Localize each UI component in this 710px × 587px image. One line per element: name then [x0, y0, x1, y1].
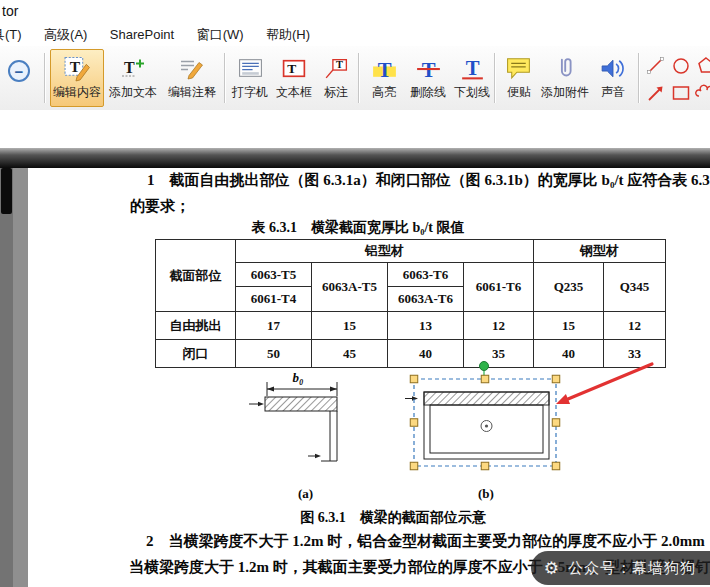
- menu-advanced[interactable]: 高级(A): [35, 22, 96, 48]
- textbox-button[interactable]: T 文本框: [272, 49, 316, 107]
- titlebar: tor: [0, 0, 710, 22]
- toolbar-separator: [44, 53, 46, 103]
- table-corner-cell: 截面部位: [156, 240, 236, 312]
- sticky-note-icon: [505, 52, 533, 84]
- speaker-icon: [599, 52, 627, 84]
- strikeout-icon: T: [414, 52, 443, 84]
- menu-tools[interactable]: 工具(T): [0, 22, 31, 48]
- table-subheader-cell: Q345: [604, 263, 666, 312]
- scrollbar-thumb[interactable]: [1, 168, 12, 214]
- line-tool-button[interactable]: [644, 53, 668, 79]
- menubar: 工具(T) 高级(A) SharePoint 窗口(W) 帮助(H): [0, 22, 710, 47]
- toolbar-separator: [638, 53, 640, 103]
- spec-table: 截面部位 铝型材 钢型材 6063-T5 6061-T4 6063A-T5 60…: [155, 239, 666, 368]
- gear-icon: ⚙: [544, 560, 560, 577]
- add-text-button[interactable]: T 添加文本: [106, 49, 160, 107]
- table-subheader-cell: Q235: [534, 263, 604, 312]
- watermark-text: 公众号：幕墙狗狗: [568, 559, 696, 578]
- edit-content-icon: T: [62, 52, 92, 84]
- toolbar-separator: [224, 53, 226, 103]
- figure-caption: 图 6.3.1 横梁的截面部位示意: [128, 509, 658, 527]
- paragraph-2-line-1: 2 当横梁跨度不大于 1.2m 时，铝合金型材截面主要受力部位的厚度不应小于 2…: [146, 532, 710, 551]
- figure-b-drawing[interactable]: [405, 392, 549, 459]
- menu-sharepoint[interactable]: SharePoint: [101, 23, 183, 46]
- table-cell: 12: [604, 312, 666, 340]
- arrow-tool-button[interactable]: [644, 80, 668, 106]
- svg-text:T: T: [336, 59, 343, 70]
- document-page: 1 截面自由挑出部位（图 6.3.1a）和闭口部位（图 6.3.1b）的宽厚比 …: [28, 168, 710, 587]
- cloud-tool-button[interactable]: [694, 80, 710, 106]
- sticky-note-button[interactable]: 便贴: [500, 49, 538, 107]
- table-cell: 15: [312, 312, 388, 340]
- rectangle-tool-button[interactable]: [669, 80, 693, 106]
- table-title: 表 6.3.1 横梁截面宽厚比 b₀/t 限值: [88, 219, 628, 237]
- left-scrollbar[interactable]: [0, 168, 13, 587]
- attachment-button[interactable]: 添加附件: [540, 49, 590, 107]
- menu-help[interactable]: 帮助(H): [257, 22, 319, 48]
- circle-tool-button[interactable]: [669, 53, 693, 79]
- figure-a-label: (a): [298, 486, 313, 502]
- textbox-icon: T: [281, 52, 308, 84]
- paragraph-1-line-2: 的要求；: [130, 197, 190, 216]
- svg-text:T: T: [465, 57, 479, 79]
- typewriter-icon: [237, 52, 264, 84]
- table-cell: 12: [464, 312, 534, 340]
- highlight-button[interactable]: T 高亮: [364, 49, 404, 107]
- selection-box: [410, 362, 560, 470]
- toolbar-empty-row: [0, 110, 710, 148]
- callout-button[interactable]: T 标注: [316, 49, 356, 107]
- table-cell: 13: [388, 312, 464, 340]
- highlight-icon: T: [370, 52, 399, 84]
- toolbar: − T 编辑内容 T 添加文本: [0, 46, 710, 111]
- pdf-editor-window: tor 工具(T) 高级(A) SharePoint 窗口(W) 帮助(H) −…: [0, 0, 710, 587]
- sound-button[interactable]: 声音: [592, 49, 634, 107]
- menu-window[interactable]: 窗口(W): [188, 22, 253, 48]
- callout-icon: T: [322, 52, 350, 84]
- red-arrow-annotation[interactable]: [556, 364, 652, 404]
- strikeout-button[interactable]: T 删除线: [406, 49, 450, 107]
- svg-text:T: T: [124, 58, 135, 75]
- figure-a-drawing: [249, 382, 337, 461]
- add-text-icon: T: [119, 52, 147, 84]
- edit-content-button[interactable]: T 编辑内容: [50, 49, 104, 107]
- drawing-tools-group: [644, 53, 710, 106]
- underline-button[interactable]: T 下划线: [450, 49, 494, 107]
- table-subheader-cell: 6063A-T5: [312, 263, 388, 312]
- table-row-label: 自由挑出: [156, 312, 236, 340]
- paragraph-1-line-1: 1 截面自由挑出部位（图 6.3.1a）和闭口部位（图 6.3.1b）的宽厚比 …: [147, 171, 710, 190]
- table-group-aluminum: 铝型材: [236, 240, 534, 263]
- figures-area: [208, 358, 678, 488]
- table-row: 自由挑出 17 15 13 12 15 12: [156, 312, 666, 340]
- table-group-steel: 钢型材: [534, 240, 666, 263]
- rotation-handle[interactable]: [480, 362, 489, 371]
- toolbar-separator: [358, 53, 360, 103]
- table-cell: 17: [236, 312, 312, 340]
- polygon-tool-button[interactable]: [694, 53, 710, 79]
- collapse-toolbar-button[interactable]: −: [8, 60, 30, 82]
- table-subheader-cell: 6063-T5 6061-T4: [236, 263, 312, 312]
- underline-icon: T: [458, 52, 487, 84]
- typewriter-button[interactable]: 打字机: [228, 49, 272, 107]
- table-subheader-cell: 6061-T6: [464, 263, 534, 312]
- toolbar-separator: [494, 53, 496, 103]
- table-subheader-cell: 6063-T6 6063A-T6: [388, 263, 464, 312]
- edit-annotation-button[interactable]: 编辑注释: [164, 49, 220, 107]
- edit-annotation-icon: [178, 52, 206, 84]
- workspace-top-band: [0, 148, 710, 168]
- document-workspace: 1 截面自由挑出部位（图 6.3.1a）和闭口部位（图 6.3.1b）的宽厚比 …: [0, 168, 710, 587]
- window-title: tor: [2, 3, 18, 19]
- paperclip-icon: [551, 52, 579, 84]
- watermark-badge: ⚙ 公众号：幕墙狗狗: [531, 551, 710, 585]
- svg-text:T: T: [287, 61, 296, 76]
- table-cell: 15: [534, 312, 604, 340]
- svg-text:T: T: [377, 59, 391, 81]
- figure-b-label: (b): [478, 486, 494, 502]
- svg-text:T: T: [70, 58, 81, 75]
